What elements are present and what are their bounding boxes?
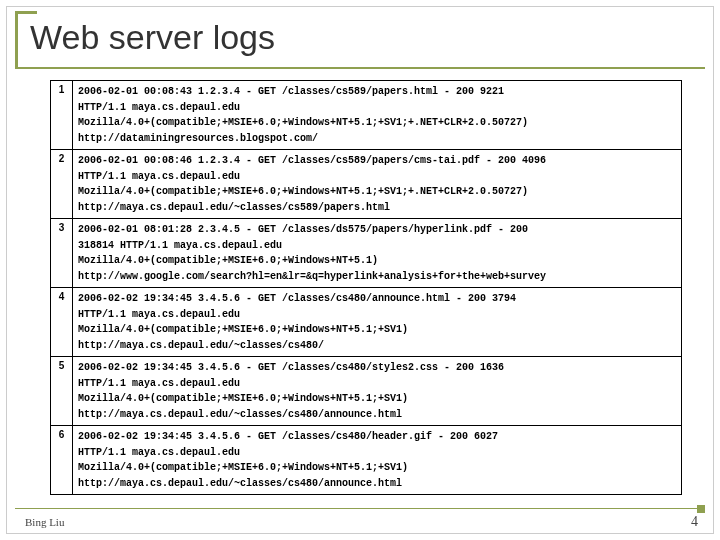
log-entry: 2006-02-01 00:08:43 1.2.3.4 - GET /class…: [73, 81, 681, 149]
footer-line: [15, 508, 705, 510]
log-line: HTTP/1.1 maya.cs.depaul.edu: [78, 100, 676, 116]
table-row: 6 2006-02-02 19:34:45 3.4.5.6 - GET /cla…: [51, 426, 681, 494]
log-line: http://maya.cs.depaul.edu/~classes/cs480…: [78, 476, 676, 492]
log-entry: 2006-02-02 19:34:45 3.4.5.6 - GET /class…: [73, 426, 681, 494]
log-line: HTTP/1.1 maya.cs.depaul.edu: [78, 307, 676, 323]
author-label: Bing Liu: [25, 516, 64, 528]
log-entry: 2006-02-01 08:01:28 2.3.4.5 - GET /class…: [73, 219, 681, 287]
log-entry: 2006-02-02 19:34:45 3.4.5.6 - GET /class…: [73, 357, 681, 425]
log-line: http://www.google.com/search?hl=en&lr=&q…: [78, 269, 676, 285]
table-row: 2 2006-02-01 00:08:46 1.2.3.4 - GET /cla…: [51, 150, 681, 219]
log-line: Mozilla/4.0+(compatible;+MSIE+6.0;+Windo…: [78, 253, 676, 269]
table-row: 5 2006-02-02 19:34:45 3.4.5.6 - GET /cla…: [51, 357, 681, 426]
table-row: 1 2006-02-01 00:08:43 1.2.3.4 - GET /cla…: [51, 81, 681, 150]
log-line: 2006-02-02 19:34:45 3.4.5.6 - GET /class…: [78, 360, 676, 376]
log-line: HTTP/1.1 maya.cs.depaul.edu: [78, 445, 676, 461]
log-line: 318814 HTTP/1.1 maya.cs.depaul.edu: [78, 238, 676, 254]
table-row: 4 2006-02-02 19:34:45 3.4.5.6 - GET /cla…: [51, 288, 681, 357]
log-table: 1 2006-02-01 00:08:43 1.2.3.4 - GET /cla…: [50, 80, 682, 495]
log-line: HTTP/1.1 maya.cs.depaul.edu: [78, 376, 676, 392]
log-line: http://maya.cs.depaul.edu/~classes/cs480…: [78, 338, 676, 354]
log-line: 2006-02-02 19:34:45 3.4.5.6 - GET /class…: [78, 429, 676, 445]
log-entry: 2006-02-01 00:08:46 1.2.3.4 - GET /class…: [73, 150, 681, 218]
row-number: 3: [51, 219, 73, 287]
log-entry: 2006-02-02 19:34:45 3.4.5.6 - GET /class…: [73, 288, 681, 356]
footer-square: [697, 505, 705, 513]
row-number: 4: [51, 288, 73, 356]
page-number: 4: [691, 514, 698, 530]
log-line: 2006-02-02 19:34:45 3.4.5.6 - GET /class…: [78, 291, 676, 307]
row-number: 5: [51, 357, 73, 425]
log-line: 2006-02-01 00:08:43 1.2.3.4 - GET /class…: [78, 84, 676, 100]
page-title: Web server logs: [30, 18, 275, 57]
log-line: http://maya.cs.depaul.edu/~classes/cs480…: [78, 407, 676, 423]
log-line: 2006-02-01 00:08:46 1.2.3.4 - GET /class…: [78, 153, 676, 169]
log-line: Mozilla/4.0+(compatible;+MSIE+6.0;+Windo…: [78, 115, 676, 131]
log-line: Mozilla/4.0+(compatible;+MSIE+6.0;+Windo…: [78, 391, 676, 407]
log-line: Mozilla/4.0+(compatible;+MSIE+6.0;+Windo…: [78, 460, 676, 476]
row-number: 2: [51, 150, 73, 218]
table-row: 3 2006-02-01 08:01:28 2.3.4.5 - GET /cla…: [51, 219, 681, 288]
title-underline: [15, 67, 705, 69]
log-line: Mozilla/4.0+(compatible;+MSIE+6.0;+Windo…: [78, 184, 676, 200]
log-line: HTTP/1.1 maya.cs.depaul.edu: [78, 169, 676, 185]
accent-top: [15, 11, 37, 14]
log-line: http://maya.cs.depaul.edu/~classes/cs589…: [78, 200, 676, 216]
log-line: 2006-02-01 08:01:28 2.3.4.5 - GET /class…: [78, 222, 676, 238]
log-line: Mozilla/4.0+(compatible;+MSIE+6.0;+Windo…: [78, 322, 676, 338]
log-line: http://dataminingresources.blogspot.com/: [78, 131, 676, 147]
row-number: 1: [51, 81, 73, 149]
accent-vert: [15, 11, 18, 67]
row-number: 6: [51, 426, 73, 494]
